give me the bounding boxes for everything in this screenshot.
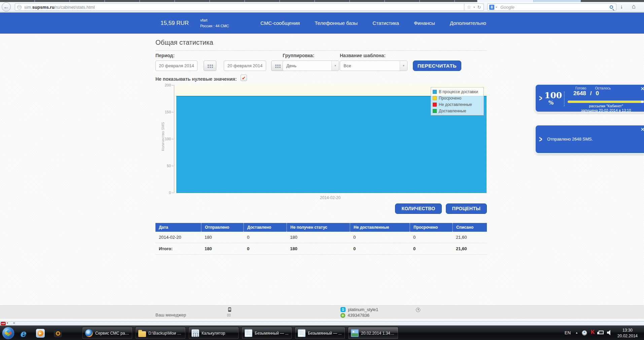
kaspersky-icon[interactable]: K bbox=[591, 329, 595, 335]
url-bar[interactable]: sim.supsms.ru/ru/cabinet/stats.html bbox=[15, 3, 464, 11]
notepad-icon bbox=[298, 329, 306, 337]
chevron-down-icon[interactable]: ▾ bbox=[7, 322, 8, 325]
show-hidden-icons[interactable]: ▲ bbox=[575, 331, 578, 334]
taskbar-button-notepad-1[interactable]: Безымянный — ... bbox=[242, 327, 292, 339]
page-content: Общая статистика Период: Группировка: На… bbox=[0, 34, 644, 321]
menu-item-phonebases[interactable]: Телефонные базы bbox=[315, 20, 358, 26]
progress-percent: 100 bbox=[544, 90, 562, 100]
cell: 0 bbox=[410, 243, 453, 255]
taskbar-button-calculator[interactable]: Калькулятор bbox=[188, 327, 239, 339]
col-charged[interactable]: Списано bbox=[453, 223, 487, 232]
chevron-down-icon[interactable]: ▾ bbox=[331, 61, 339, 71]
y-tick: 100 bbox=[158, 137, 171, 141]
search-icon[interactable] bbox=[610, 5, 613, 9]
y-tick: 50 bbox=[158, 164, 171, 168]
col-expired[interactable]: Просрочено bbox=[410, 223, 453, 232]
downloads-icon[interactable]: ↓ bbox=[620, 4, 623, 10]
home-icon[interactable]: ⌂ bbox=[632, 3, 636, 10]
calendar-to-button[interactable] bbox=[271, 61, 284, 71]
table-total-row: Итого: 180 0 180 0 0 21,60 bbox=[155, 243, 487, 255]
tray-clock[interactable]: 13:30 20.02.2014 bbox=[614, 328, 641, 339]
chevron-right-icon[interactable]: > bbox=[539, 135, 542, 144]
done-value: 2648 bbox=[573, 90, 586, 97]
col-sent[interactable]: Отправлено bbox=[201, 223, 244, 232]
taskbar-button-firefox[interactable]: Сервис СМС рас... bbox=[82, 327, 133, 339]
tray-gauge-icon[interactable] bbox=[582, 330, 587, 336]
language-indicator[interactable]: EN bbox=[565, 330, 571, 335]
icq-icon bbox=[341, 313, 345, 318]
main-menu: СМС-сообщения Телефонные базы Статистика… bbox=[260, 12, 486, 34]
date-from-input[interactable]: 20 февраля 2014 bbox=[155, 61, 198, 71]
search-placeholder[interactable]: Google bbox=[500, 5, 610, 10]
hide-zero-checkbox[interactable]: ✔ bbox=[241, 75, 247, 81]
close-icon[interactable]: ✕ bbox=[13, 322, 15, 325]
menu-item-statistics[interactable]: Статистика bbox=[372, 20, 399, 26]
x-axis-label: 2014-02-20 bbox=[174, 195, 487, 200]
taskbar-button-explorer[interactable]: D:\Backup\Мои д... bbox=[135, 327, 186, 339]
bookmark-star-icon[interactable]: ☆ bbox=[467, 5, 471, 9]
menu-item-sms[interactable]: СМС-сообщения bbox=[260, 20, 300, 26]
mail-icon[interactable]: ✉ bbox=[227, 312, 231, 318]
chevron-right-icon[interactable]: > bbox=[539, 94, 542, 103]
chevron-down-icon[interactable]: ▾ bbox=[400, 61, 407, 71]
progress-values: 2648 / 0 bbox=[573, 90, 599, 97]
network-icon[interactable] bbox=[599, 331, 604, 334]
percent-button[interactable]: ПРОЦЕНТЫ bbox=[446, 203, 487, 214]
calendar-from-button[interactable] bbox=[204, 61, 216, 71]
taskbar-button-image-viewer[interactable]: 20.02.2014 1.34.P... bbox=[348, 327, 398, 339]
legend-label: В процессе доставки bbox=[439, 89, 478, 94]
browser-toolbar: ← sim.supsms.ru/ru/cabinet/stats.html ☆ … bbox=[0, 2, 644, 12]
legend-swatch bbox=[433, 90, 437, 94]
legend-item-expired[interactable]: Просрочено bbox=[433, 95, 482, 101]
notepad-icon bbox=[245, 329, 252, 337]
task-label: D:\Backup\Мои д... bbox=[148, 331, 183, 336]
menu-item-finance[interactable]: Финансы bbox=[414, 20, 435, 26]
user-block[interactable]: vfart Россия : 44 СМС bbox=[200, 17, 229, 29]
volume-icon[interactable] bbox=[607, 330, 612, 335]
calendar-icon bbox=[275, 65, 277, 66]
adblock-icon[interactable]: ABP bbox=[1, 322, 6, 325]
grouping-select[interactable]: День ▾ bbox=[283, 61, 339, 71]
icq-contact[interactable]: 439347836 bbox=[341, 313, 369, 318]
bookmark-dropdown-icon[interactable]: ▾ bbox=[473, 6, 475, 9]
taskbar: e ▶ Сервис СМС рас... D:\Backup\Мои д...… bbox=[0, 326, 644, 340]
template-select[interactable]: Все ▾ bbox=[340, 61, 407, 71]
start-button[interactable] bbox=[2, 327, 14, 339]
skype-login: platinum_style1 bbox=[348, 307, 378, 312]
search-box[interactable]: 8 ▾ Google bbox=[487, 3, 616, 11]
col-date[interactable]: Дата bbox=[155, 223, 201, 232]
media-player-icon[interactable]: ▶ bbox=[35, 328, 45, 338]
skype-contact[interactable]: S platinum_style1 bbox=[341, 307, 378, 312]
taskbar-button-notepad-2[interactable]: Безымянный — ... bbox=[295, 327, 345, 339]
screen: ← sim.supsms.ru/ru/cabinet/stats.html ☆ … bbox=[0, 0, 644, 340]
search-engine-dropdown-icon[interactable]: ▾ bbox=[496, 6, 497, 9]
legend-item-delivered[interactable]: Доставленные bbox=[433, 108, 482, 114]
col-undelivered[interactable]: Не доставленные bbox=[350, 223, 410, 232]
quantity-button[interactable]: КОЛИЧЕСТВО bbox=[395, 203, 441, 214]
campaign-started: запущена 20-02-2014 в 13:10 bbox=[564, 108, 644, 112]
close-icon[interactable]: ✕ bbox=[640, 86, 644, 92]
content-container: Общая статистика Период: Группировка: На… bbox=[155, 34, 487, 321]
recalculate-button[interactable]: ПЕРЕСЧИТАТЬ bbox=[413, 61, 461, 71]
url-text[interactable]: sim.supsms.ru/ru/cabinet/stats.html bbox=[24, 5, 95, 10]
hide-zero-label: Не показывать нулевые значения: bbox=[155, 76, 237, 82]
close-icon[interactable]: ✕ bbox=[640, 126, 644, 133]
legend-item-in-progress[interactable]: В процессе доставки bbox=[433, 88, 482, 95]
date-to-input[interactable]: 20 февраля 2014 bbox=[224, 61, 266, 71]
menu-item-more[interactable]: Дополнительно bbox=[450, 20, 486, 26]
stats-chart: Количество SMS 200 150 100 50 0 В проц bbox=[155, 84, 487, 200]
legend-label: Доставленные bbox=[439, 109, 466, 113]
balance[interactable]: 15,59 RUR bbox=[160, 20, 189, 27]
account-info: Россия : 44 СМС bbox=[200, 23, 229, 29]
template-value: Все bbox=[344, 63, 351, 68]
internet-explorer-icon[interactable]: e bbox=[18, 328, 28, 338]
template-label: Название шаблона: bbox=[340, 53, 386, 58]
cell: 180 bbox=[201, 232, 244, 243]
legend-item-undelivered[interactable]: Не доставленные bbox=[433, 101, 482, 108]
back-button[interactable]: ← bbox=[2, 2, 11, 11]
dotted-divider bbox=[564, 91, 565, 106]
audio-player-icon[interactable] bbox=[53, 328, 63, 338]
col-no-status[interactable]: Не получен статус bbox=[287, 223, 350, 232]
col-delivered[interactable]: Доставлено bbox=[244, 223, 287, 232]
refresh-icon[interactable]: ↻ bbox=[477, 5, 481, 9]
